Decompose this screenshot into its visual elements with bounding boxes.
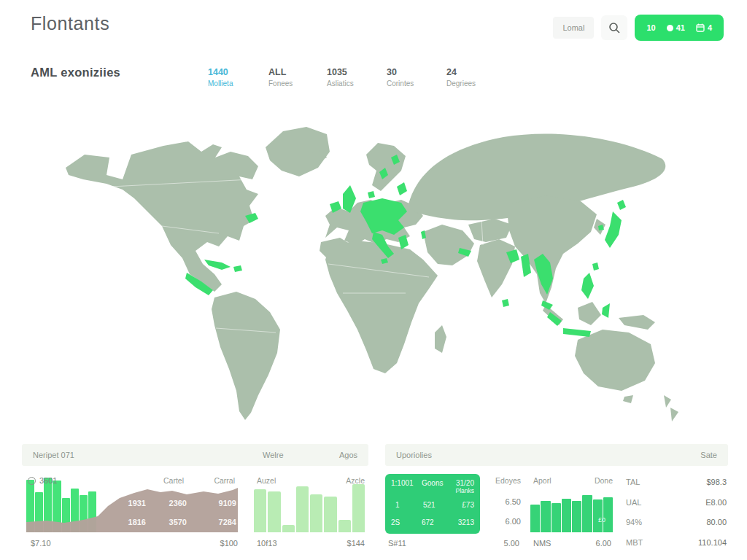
panel-a-header-carral: Carral [214, 476, 235, 485]
stat-label: Mollieta [208, 79, 233, 88]
card-cell: 521 [423, 501, 436, 509]
stat-fonees: ALL Fonees [268, 67, 293, 88]
panel-a-badge-value: 3601 [39, 476, 57, 485]
bar-chart-d [530, 487, 613, 532]
kv-row-mbt: MBT 110.104 [626, 538, 727, 547]
panel-a-cell: 1931 [107, 499, 146, 508]
highlight-baltics [397, 182, 407, 195]
highlight-hispaniola [233, 265, 242, 272]
panel-a-cell: 7284 [197, 518, 236, 526]
continent-south-america [212, 292, 280, 420]
panel-d-overlay-value: £0 [598, 516, 605, 524]
panel-a-header-cartel: Cartel [163, 476, 184, 485]
kv-value: 110.104 [698, 538, 727, 547]
kv-row-94pct: 94% 80.00 [626, 518, 727, 526]
card-header: 31/20 [456, 479, 474, 487]
search-icon [608, 22, 620, 34]
panel-a-cell: 9109 [197, 499, 236, 508]
strip-left-title: Neripet 071 [33, 451, 74, 459]
highlight-taiwan [592, 262, 599, 271]
region-scandinavia [366, 143, 406, 191]
panel-a-footer-left: $7.10 [31, 539, 51, 548]
panel-d-footer-right: 6.00 [596, 539, 611, 548]
world-map[interactable] [0, 109, 747, 438]
stat-value: 24 [446, 67, 476, 77]
card-cell: 1 [395, 501, 400, 509]
strip-right: Uporiolies Sate [385, 444, 728, 466]
kv-row-tal: TAL $98.3 [626, 478, 727, 486]
region-tasmania [623, 395, 633, 403]
panel-a-cell: 2360 [147, 499, 187, 508]
stat-label: Degriees [446, 79, 476, 88]
region-borneo [578, 302, 601, 325]
panel-a-badge: 3601 [28, 476, 57, 485]
panel-d-header-left: Aporl [533, 476, 551, 485]
region-india [477, 239, 515, 298]
stat-asliatics: 1035 Asliatics [327, 67, 354, 88]
pill-notifications[interactable]: 41 [667, 23, 685, 32]
highlight-japan-north [617, 200, 626, 210]
strip-left: Neripet 071 Welre Agos [22, 444, 368, 466]
stat-value: ALL [268, 67, 293, 77]
card-header: Goons [422, 479, 443, 487]
card-subheader: Planks [455, 487, 474, 494]
panel-auzel-chart[interactable]: Auzel Azcle [254, 474, 365, 532]
highlight-sulawesi [602, 303, 610, 318]
stat-corintes: 30 Corintes [387, 67, 414, 88]
panel-a-cell: 1816 [107, 518, 146, 526]
stat-value: 1035 [327, 67, 354, 77]
highlight-japan [605, 211, 622, 248]
panel-green-card[interactable]: 1:1001 Goons 31/20 Planks 1 521 £73 2S 6… [385, 474, 480, 534]
highlight-denmark [368, 191, 375, 198]
panel-c-footer-left: S#11 [388, 539, 406, 548]
lomal-button[interactable]: Lomal [553, 17, 594, 39]
panel-a-footer-right: $100 [220, 539, 238, 548]
panel-d-header-right: Done [595, 476, 613, 485]
highlight-cuba [204, 260, 231, 270]
kv-row-ual: UAL E8.00 [626, 498, 727, 507]
target-icon [28, 477, 36, 485]
header-actions: Lomal 10 41 4 [553, 15, 724, 41]
stat-label: Asliatics [327, 79, 354, 88]
edoyes-footer-value: 5.00 [504, 539, 519, 548]
edoyes-value: 6.50 [506, 497, 521, 506]
notification-dot-icon [667, 25, 673, 31]
strip-left-col-welre[interactable]: Welre [263, 451, 284, 459]
card-cell: 672 [422, 518, 434, 526]
bar-chart-b [254, 481, 365, 532]
panel-cartel-chart[interactable]: 3601 Cartel Carral 1931 2360 9109 1816 3… [26, 474, 238, 532]
stat-mollieta: 1440 Mollieta [208, 67, 233, 88]
highlight-java [563, 328, 591, 337]
pill-notif-label: 41 [676, 23, 685, 32]
panel-a-cell: 3570 [147, 518, 187, 526]
region-new-guinea [619, 315, 655, 330]
stat-value: 1440 [208, 67, 233, 77]
stat-value: 30 [387, 67, 414, 77]
card-cell: 3213 [458, 518, 474, 526]
pill-count[interactable]: 10 [646, 23, 655, 32]
map-landmasses [66, 127, 678, 421]
panel-aporl-chart[interactable]: Aporl Done £0 [530, 474, 613, 532]
strip-right-title: Uporiolies [396, 451, 432, 459]
pill-calendar[interactable]: 4 [696, 23, 712, 32]
region-madagascar [435, 325, 446, 353]
calendar-icon [696, 23, 705, 32]
page-title: Flontants [31, 13, 109, 34]
strip-right-col-sate[interactable]: Sate [700, 451, 717, 459]
kv-value: E8.00 [705, 498, 727, 507]
region-new-zealand [664, 395, 671, 408]
pill-count-label: 10 [646, 23, 655, 32]
strip-left-col-agos[interactable]: Agos [339, 451, 357, 459]
kv-value: 80.00 [706, 518, 727, 526]
header-pill[interactable]: 10 41 4 [635, 15, 724, 41]
panel-b-footer-right: $144 [347, 539, 365, 548]
card-cell: 2S [391, 518, 400, 526]
kv-label: TAL [626, 478, 640, 486]
edoyes-value: 6.00 [506, 517, 521, 526]
kv-label: UAL [626, 498, 641, 507]
panel-d-footer-left: NMS [533, 539, 551, 548]
panel-b-footer-left: 10f13 [257, 539, 277, 548]
search-button[interactable] [601, 15, 627, 40]
stat-label: Corintes [387, 79, 414, 88]
highlight-malaysia [541, 300, 553, 310]
